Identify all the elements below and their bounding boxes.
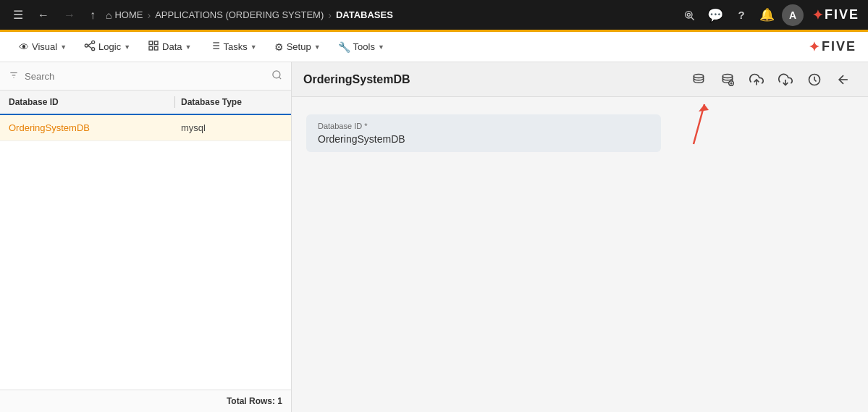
- menu-bar-logo: ✦ FIVE: [809, 39, 856, 55]
- forward-button[interactable]: →: [59, 6, 80, 25]
- back-action-button[interactable]: [830, 68, 856, 91]
- five-logo: ✦ FIVE: [812, 7, 859, 23]
- svg-rect-10: [154, 46, 158, 50]
- svg-point-4: [92, 41, 95, 43]
- detail-body: Database ID * OrderingSystemDB: [292, 97, 868, 412]
- data-icon: [148, 40, 159, 54]
- visual-icon: 👁: [19, 41, 29, 53]
- up-button[interactable]: ↑: [85, 6, 100, 25]
- download-action-button[interactable]: [772, 68, 799, 91]
- notifications-button[interactable]: 🔔: [756, 4, 779, 27]
- menu-visual[interactable]: 👁 Visual ▼: [12, 37, 74, 57]
- five-logo-text: FIVE: [825, 7, 859, 22]
- chat-button[interactable]: 💬: [704, 4, 727, 27]
- setup-arrow: ▼: [314, 43, 321, 51]
- svg-line-7: [88, 46, 91, 49]
- menu-tools[interactable]: 🔧 Tools ▼: [331, 37, 392, 57]
- history-action-button[interactable]: [801, 68, 827, 91]
- filter-icon: [9, 70, 19, 83]
- setup-icon: ⚙: [274, 41, 284, 53]
- breadcrumb-applications[interactable]: APPLICATIONS (ORDERING SYSTEM): [155, 9, 324, 20]
- detail-panel: OrderingSystemDB: [292, 62, 868, 412]
- search-bar: [0, 62, 291, 91]
- table-header: Database ID Database Type: [0, 91, 291, 115]
- detail-header: OrderingSystemDB: [292, 62, 868, 97]
- tools-icon: 🔧: [338, 41, 350, 53]
- top-navigation: ☰ ← → ↑ ⌂ HOME › APPLICATIONS (ORDERING …: [0, 0, 868, 32]
- table-footer: Total Rows: 1: [0, 390, 291, 412]
- breadcrumb: ⌂ HOME › APPLICATIONS (ORDERING SYSTEM) …: [106, 9, 672, 21]
- breadcrumb-sep-1: ›: [147, 9, 151, 21]
- svg-point-0: [686, 11, 692, 17]
- svg-line-1: [691, 17, 694, 20]
- svg-point-24: [722, 74, 732, 77]
- tools-arrow: ▼: [378, 43, 384, 51]
- menu-tasks[interactable]: Tasks ▼: [202, 35, 264, 58]
- menu-data[interactable]: Data ▼: [140, 35, 198, 58]
- breadcrumb-databases[interactable]: DATABASES: [336, 9, 393, 20]
- svg-point-23: [694, 74, 703, 77]
- svg-point-5: [92, 48, 95, 51]
- breadcrumb-sep-2: ›: [328, 9, 332, 21]
- home-icon: ⌂: [106, 9, 111, 21]
- search-input[interactable]: [25, 71, 271, 82]
- visual-arrow: ▼: [60, 43, 67, 51]
- menu-logic[interactable]: Logic ▼: [77, 35, 138, 58]
- main-content: Database ID Database Type OrderingSystem…: [0, 62, 868, 412]
- col-header-db-type: Database Type: [181, 97, 282, 107]
- db-action-button[interactable]: [686, 68, 712, 91]
- search-icon: [271, 70, 282, 83]
- nav-right-actions: 💬 ? 🔔 A ✦ FIVE: [678, 4, 859, 27]
- form-field-db-id-value: OrderingSystemDB: [318, 133, 649, 145]
- menu-button[interactable]: ☰: [9, 5, 28, 25]
- svg-line-22: [279, 77, 281, 79]
- back-button[interactable]: ←: [33, 6, 54, 25]
- cell-db-id: OrderingSystemDB: [9, 122, 181, 133]
- sidebar: Database ID Database Type OrderingSystem…: [0, 62, 292, 412]
- detail-title: OrderingSystemDB: [303, 73, 680, 86]
- svg-point-21: [273, 71, 280, 78]
- form-field-db-id: Database ID * OrderingSystemDB: [306, 114, 661, 152]
- svg-point-3: [85, 44, 88, 47]
- col-divider: [174, 96, 175, 108]
- form-field-db-id-label: Database ID *: [318, 122, 649, 130]
- schema-action-button[interactable]: [715, 68, 741, 91]
- logic-icon: [84, 40, 96, 54]
- five-logo-icon: ✦: [812, 7, 823, 23]
- breadcrumb-home[interactable]: ⌂ HOME: [106, 9, 143, 21]
- col-header-db-id: Database ID: [9, 97, 169, 107]
- tasks-icon: [209, 40, 221, 54]
- upload-action-button[interactable]: [743, 68, 770, 91]
- logic-arrow: ▼: [124, 43, 130, 51]
- user-avatar[interactable]: A: [782, 4, 804, 26]
- menu-logo-icon: ✦: [809, 39, 819, 55]
- help-button[interactable]: ?: [730, 4, 753, 27]
- svg-line-6: [88, 43, 91, 46]
- menu-bar: 👁 Visual ▼ Logic ▼ Data ▼ Tasks ▼ ⚙ Setu…: [0, 32, 868, 62]
- svg-rect-9: [154, 41, 158, 45]
- table-row[interactable]: OrderingSystemDB mysql: [0, 115, 291, 141]
- menu-setup[interactable]: ⚙ Setup ▼: [267, 37, 328, 57]
- search-nav-button[interactable]: [678, 4, 701, 27]
- svg-point-2: [687, 13, 690, 16]
- svg-rect-8: [149, 41, 153, 45]
- cell-db-type: mysql: [181, 122, 282, 133]
- data-arrow: ▼: [185, 43, 192, 51]
- detail-actions: [686, 68, 856, 91]
- sidebar-empty-space: [0, 141, 291, 390]
- menu-logo-text: FIVE: [822, 39, 856, 54]
- svg-rect-11: [149, 46, 153, 50]
- tasks-arrow: ▼: [250, 43, 257, 51]
